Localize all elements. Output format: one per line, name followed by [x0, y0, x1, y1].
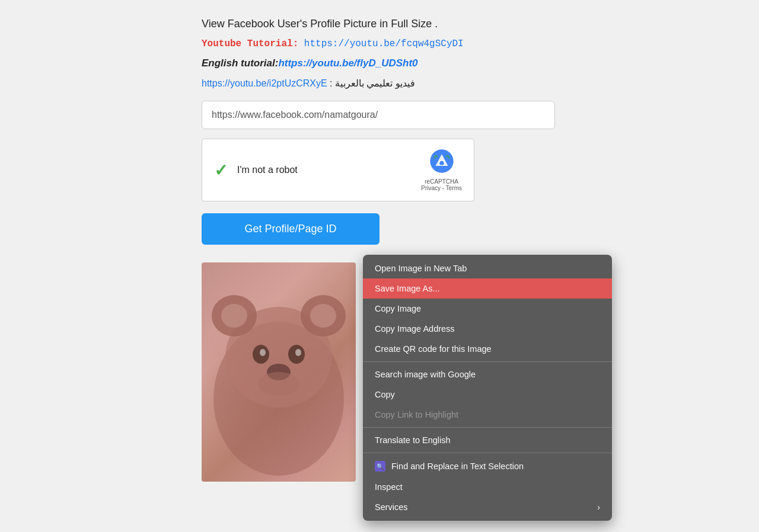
- get-profile-button[interactable]: Get Profile/Page ID: [202, 213, 380, 245]
- context-menu-item-services[interactable]: Services›: [363, 497, 612, 517]
- context-menu-item-label-translate: Translate to English: [375, 435, 451, 445]
- find-replace-icon: 🔍: [375, 461, 385, 472]
- recaptcha-label: I'm not a robot: [237, 165, 298, 175]
- context-menu-item-label-create-qr: Create QR code for this Image: [375, 344, 492, 354]
- recaptcha-terms-link[interactable]: Terms: [446, 185, 462, 191]
- context-menu-item-label-copy: Copy: [375, 390, 395, 399]
- svg-point-11: [295, 349, 301, 356]
- recaptcha-widget[interactable]: ✓ I'm not a robot reCAPTCHA Privacy - Te…: [202, 139, 474, 201]
- context-menu-item-label-copy-image-address: Copy Image Address: [375, 324, 455, 334]
- svg-point-10: [260, 349, 266, 356]
- context-menu-item-label-services: Services: [375, 502, 408, 512]
- svg-point-5: [221, 304, 247, 328]
- submenu-arrow-icon: ›: [597, 502, 600, 512]
- context-menu-item-create-qr[interactable]: Create QR code for this Image: [363, 339, 612, 359]
- context-menu-item-label-search-google: Search image with Google: [375, 370, 476, 379]
- context-menu-item-translate[interactable]: Translate to English: [363, 430, 612, 450]
- context-menu-item-inspect[interactable]: Inspect: [363, 477, 612, 497]
- context-menu-separator: [363, 361, 612, 362]
- recaptcha-checkmark: ✓: [214, 161, 228, 180]
- context-menu-item-label-copy-link-highlight: Copy Link to Highlight: [375, 410, 458, 419]
- recaptcha-links: Privacy - Terms: [421, 185, 462, 191]
- context-menu-item-copy[interactable]: Copy: [363, 384, 612, 405]
- arabic-link[interactable]: https://youtu.be/i2ptUzCRXyE: [202, 78, 327, 88]
- context-menu-item-open-new-tab[interactable]: Open Image in New Tab: [363, 258, 612, 278]
- context-menu-item-label-find-replace: Find and Replace in Text Selection: [391, 462, 524, 471]
- context-menu-item-save-image-as[interactable]: Save Image As...: [363, 278, 612, 299]
- arabic-label: فيديو تعليمي بالعربية :: [330, 78, 415, 88]
- context-menu-separator: [363, 427, 612, 428]
- english-tutorial-link[interactable]: https://youtu.be/flyD_UDSht0: [278, 57, 417, 69]
- context-menu-item-search-google[interactable]: Search image with Google: [363, 364, 612, 384]
- recaptcha-privacy-link[interactable]: Privacy: [421, 185, 441, 191]
- page-title: View Facebook User's Profile Picture in …: [202, 18, 735, 30]
- svg-point-13: [258, 372, 299, 396]
- svg-point-7: [310, 304, 336, 328]
- koala-image: [202, 262, 356, 482]
- context-menu-item-find-replace[interactable]: 🔍Find and Replace in Text Selection: [363, 456, 612, 477]
- youtube-label: Youtube Tutorial:: [202, 39, 298, 49]
- recaptcha-brand-text: reCAPTCHA: [421, 178, 462, 185]
- context-menu-item-copy-link-highlight: Copy Link to Highlight: [363, 405, 612, 425]
- context-menu-item-copy-image[interactable]: Copy Image: [363, 299, 612, 319]
- context-menu-item-label-inspect: Inspect: [375, 482, 403, 492]
- english-tutorial-line: English tutorial:https://youtu.be/flyD_U…: [202, 57, 735, 69]
- recaptcha-branding: reCAPTCHA Privacy - Terms: [421, 149, 462, 191]
- context-menu-item-label-open-new-tab: Open Image in New Tab: [375, 264, 467, 273]
- youtube-tutorial-line: Youtube Tutorial: https://youtu.be/fcqw4…: [202, 39, 735, 49]
- context-menu: Open Image in New TabSave Image As...Cop…: [363, 255, 612, 521]
- context-menu-item-label-save-image-as: Save Image As...: [375, 284, 440, 293]
- recaptcha-logo-icon: [429, 149, 454, 174]
- context-menu-separator: [363, 453, 612, 453]
- context-menu-item-copy-image-address[interactable]: Copy Image Address: [363, 319, 612, 339]
- context-menu-item-label-copy-image: Copy Image: [375, 304, 421, 313]
- url-input[interactable]: [202, 101, 555, 129]
- arabic-tutorial-line: فيديو تعليمي بالعربية : https://youtu.be…: [202, 78, 735, 89]
- koala-svg: [202, 262, 356, 482]
- youtube-link[interactable]: https://youtu.be/fcqw4gSCyDI: [304, 39, 464, 49]
- english-tutorial-label: English tutorial:: [202, 57, 278, 69]
